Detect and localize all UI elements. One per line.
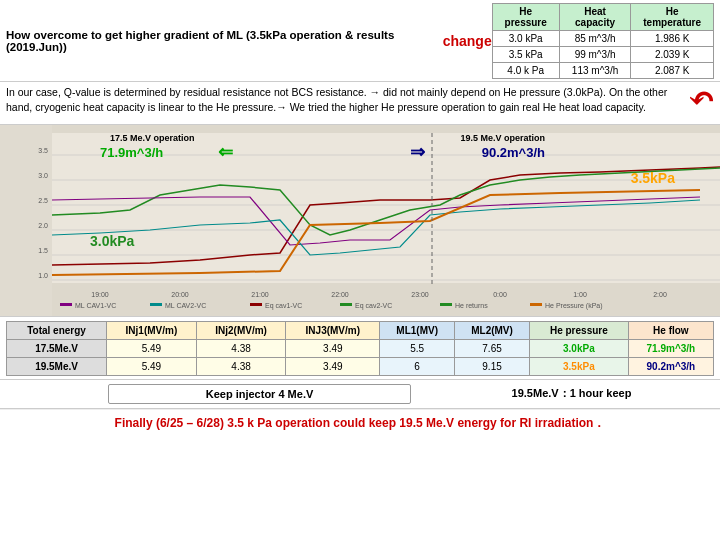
td-inj1-175: 5.49 xyxy=(107,339,197,357)
th-total-energy: Total energy xyxy=(7,321,107,339)
svg-text:20:00: 20:00 xyxy=(171,291,189,298)
table-row: 17.5Me.V 5.49 4.38 3.49 5.5 7.65 3.0kPa … xyxy=(7,339,714,357)
svg-text:2.5: 2.5 xyxy=(38,197,48,204)
capacity-cell: 85 m^3/h xyxy=(559,31,631,47)
svg-text:0:00: 0:00 xyxy=(493,291,507,298)
keep-time-label: 19.5Me.V：1 hour keep xyxy=(431,386,712,401)
td-he-flow-195: 90.2m^3/h xyxy=(628,357,713,375)
svg-text:Eq cav1-VC: Eq cav1-VC xyxy=(265,302,302,310)
td-inj1-195: 5.49 xyxy=(107,357,197,375)
svg-text:He returns: He returns xyxy=(455,302,488,309)
svg-rect-26 xyxy=(150,303,162,306)
col-he-pressure: He pressure xyxy=(492,4,559,31)
svg-text:Eq cav2-VC: Eq cav2-VC xyxy=(355,302,392,310)
chart-label-90: 90.2m^3/h xyxy=(482,145,545,160)
th-he-flow: He flow xyxy=(628,321,713,339)
table-row: 3.5 kPa99 m^3/h2.039 K xyxy=(492,47,713,63)
table-row: 3.0 kPa85 m^3/h1.986 K xyxy=(492,31,713,47)
td-inj2-195: 4.38 xyxy=(196,357,286,375)
title-row: How overcome to get higher gradient of M… xyxy=(0,0,720,82)
th-inj1: INj1(MV/m) xyxy=(107,321,197,339)
chart-label-195-op: 19.5 Me.V operation xyxy=(460,133,545,143)
td-ml2-195: 9.15 xyxy=(455,357,530,375)
col-he-temp: He temperature xyxy=(631,4,714,31)
svg-rect-32 xyxy=(440,303,452,306)
td-inj3-195: 3.49 xyxy=(286,357,380,375)
right-table-header: He pressure Heat capacity He temperature… xyxy=(492,3,714,79)
keep-injector-label: Keep injector 4 Me.V xyxy=(108,384,411,404)
col-heat-capacity: Heat capacity xyxy=(559,4,631,31)
td-he-pressure-195: 3.5kPa xyxy=(529,357,628,375)
chart-label-35kpa: 3.5kPa xyxy=(631,170,675,186)
td-energy-175: 17.5Me.V xyxy=(7,339,107,357)
svg-text:19:00: 19:00 xyxy=(91,291,109,298)
table-row: 19.5Me.V 5.49 4.38 3.49 6 9.15 3.5kPa 90… xyxy=(7,357,714,375)
data-table: Total energy INj1(MV/m) INj2(MV/m) INJ3(… xyxy=(6,321,714,376)
capacity-cell: 3.5 kPa xyxy=(492,47,559,63)
svg-text:22:00: 22:00 xyxy=(331,291,349,298)
td-inj3-175: 3.49 xyxy=(286,339,380,357)
svg-text:1.5: 1.5 xyxy=(38,247,48,254)
td-energy-195: 19.5Me.V xyxy=(7,357,107,375)
svg-rect-28 xyxy=(250,303,262,306)
svg-text:3.0: 3.0 xyxy=(38,172,48,179)
th-inj2: INj2(MV/m) xyxy=(196,321,286,339)
td-ml1-195: 6 xyxy=(380,357,455,375)
chart-arrow-right: ⇒ xyxy=(410,141,425,163)
capacity-cell: 99 m^3/h xyxy=(559,47,631,63)
data-table-area: Total energy INj1(MV/m) INj2(MV/m) INJ3(… xyxy=(0,317,720,380)
svg-rect-30 xyxy=(340,303,352,306)
page-container: How overcome to get higher gradient of M… xyxy=(0,0,720,540)
th-ml1: ML1(MV) xyxy=(380,321,455,339)
th-ml2: ML2(MV) xyxy=(455,321,530,339)
svg-text:ML CAV2-VC: ML CAV2-VC xyxy=(165,302,206,309)
svg-text:1:00: 1:00 xyxy=(573,291,587,298)
td-he-flow-175: 71.9m^3/h xyxy=(628,339,713,357)
chart-label-175-op: 17.5 Me.V operation xyxy=(110,133,195,143)
td-ml2-175: 7.65 xyxy=(455,339,530,357)
keep-row: Keep injector 4 Me.V 19.5Me.V：1 hour kee… xyxy=(0,380,720,409)
td-ml1-175: 5.5 xyxy=(380,339,455,357)
th-inj3: INJ3(MV/m) xyxy=(286,321,380,339)
svg-text:1.0: 1.0 xyxy=(38,272,48,279)
capacity-cell: 2.039 K xyxy=(631,47,714,63)
chart-area: 3.5 3.0 2.5 2.0 1.5 1.0 19:00 20:00 21:0… xyxy=(0,125,720,317)
svg-rect-24 xyxy=(60,303,72,306)
table-row: 4.0 k Pa113 m^3/h2.087 K xyxy=(492,63,713,79)
td-he-pressure-175: 3.0kPa xyxy=(529,339,628,357)
description-area: In our case, Q-value is determined by re… xyxy=(0,82,720,125)
chart-label-30kpa: 3.0kPa xyxy=(90,233,134,249)
final-banner: Finally (6/25 – 6/28) 3.5 k Pa operation… xyxy=(0,409,720,437)
capacity-cell: 4.0 k Pa xyxy=(492,63,559,79)
chart-arrow-left: ⇐ xyxy=(218,141,233,163)
description-text: In our case, Q-value is determined by re… xyxy=(6,85,685,115)
th-he-pressure: He pressure xyxy=(529,321,628,339)
page-title: How overcome to get higher gradient of M… xyxy=(6,29,433,53)
svg-text:ML CAV1-VC: ML CAV1-VC xyxy=(75,302,116,309)
capacity-cell: 3.0 kPa xyxy=(492,31,559,47)
svg-text:2.0: 2.0 xyxy=(38,222,48,229)
capacity-cell: 113 m^3/h xyxy=(559,63,631,79)
capacity-cell: 1.986 K xyxy=(631,31,714,47)
svg-text:23:00: 23:00 xyxy=(411,291,429,298)
chart-label-71: 71.9m^3/h xyxy=(100,145,163,160)
svg-text:2:00: 2:00 xyxy=(653,291,667,298)
curved-arrow-icon: ↶ xyxy=(689,77,714,121)
svg-text:21:00: 21:00 xyxy=(251,291,269,298)
svg-text:3.5: 3.5 xyxy=(38,147,48,154)
td-inj2-175: 4.38 xyxy=(196,339,286,357)
svg-text:He Pressure (kPa): He Pressure (kPa) xyxy=(545,302,603,310)
change-label: change xyxy=(443,33,492,49)
svg-rect-34 xyxy=(530,303,542,306)
